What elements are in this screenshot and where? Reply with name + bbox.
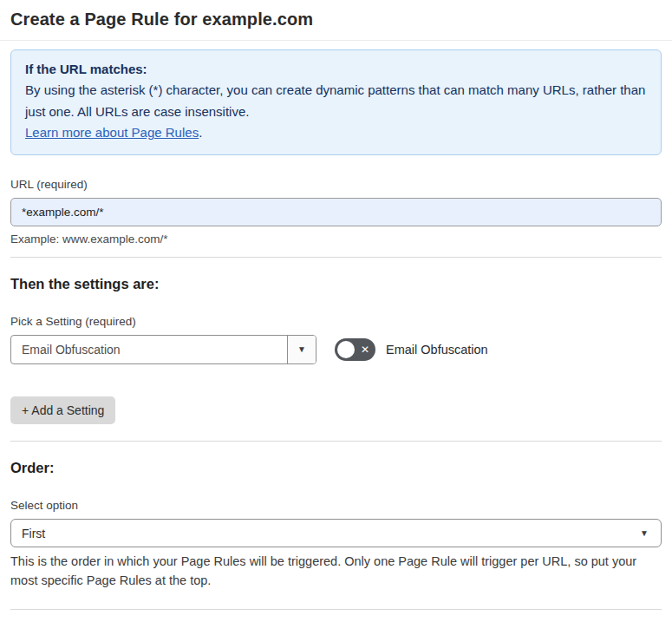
url-example-helper: Example: www.example.com/* <box>10 232 662 246</box>
setting-select[interactable]: Email Obfuscation ▼ <box>10 335 316 364</box>
email-obfuscation-toggle[interactable]: ✕ <box>335 338 375 361</box>
chevron-down-icon: ▼ <box>297 345 306 354</box>
page-header: Create a Page Rule for example.com <box>0 0 672 41</box>
order-helper-text: This is the order in which your Page Rul… <box>10 553 662 591</box>
toggle-knob <box>337 341 355 358</box>
add-setting-button[interactable]: + Add a Setting <box>10 396 115 424</box>
page-title: Create a Page Rule for example.com <box>10 10 662 29</box>
pick-setting-label: Pick a Setting (required) <box>10 315 662 328</box>
chevron-down-icon: ▼ <box>640 529 649 538</box>
link-suffix: . <box>199 125 202 140</box>
url-input[interactable] <box>10 198 662 226</box>
setting-select-arrow-button[interactable]: ▼ <box>287 336 316 363</box>
order-section-heading: Order: <box>10 460 662 476</box>
toggle-label: Email Obfuscation <box>386 343 488 357</box>
info-box-body: By using the asterisk (*) character, you… <box>25 80 647 122</box>
url-field-label: URL (required) <box>10 178 662 191</box>
divider <box>10 441 662 442</box>
settings-section-heading: Then the settings are: <box>10 276 662 292</box>
setting-row: Email Obfuscation ▼ ✕ Email Obfuscation <box>10 335 662 364</box>
order-select-label: Select option <box>10 499 662 512</box>
divider <box>10 257 662 258</box>
learn-more-link[interactable]: Learn more about Page Rules <box>25 125 199 140</box>
setting-select-value: Email Obfuscation <box>11 336 287 363</box>
divider <box>10 609 662 610</box>
url-match-info-box: If the URL matches: By using the asteris… <box>10 49 662 155</box>
order-select[interactable]: First ▼ <box>10 519 662 547</box>
order-select-value: First <box>22 527 45 540</box>
info-box-heading: If the URL matches: <box>25 59 647 80</box>
x-icon: ✕ <box>361 338 369 361</box>
